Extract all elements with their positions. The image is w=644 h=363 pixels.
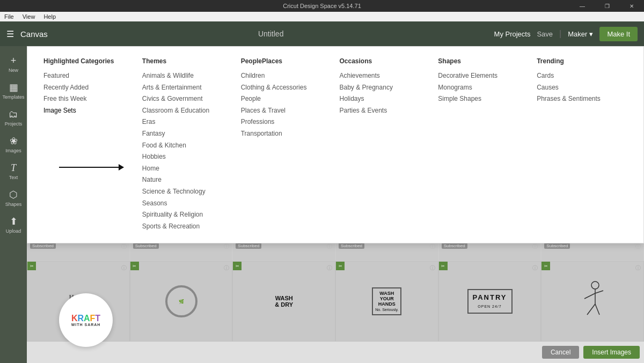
cat-free-this-week[interactable]: Free this Week <box>43 93 126 105</box>
cat-recently-added[interactable]: Recently Added <box>43 82 126 94</box>
grid-cell-5[interactable]: ✂ ⓘ PANTRYOPEN 24/7 <box>438 261 541 342</box>
theme-seasons[interactable]: Seasons <box>142 198 225 210</box>
col-header-people: PeoplePlaces <box>241 57 324 65</box>
theme-spirituality[interactable]: Spirituality & Religion <box>142 209 225 221</box>
sidebar-item-new[interactable]: + New <box>0 50 27 77</box>
trend-phrases[interactable]: Phrases & Sentiments <box>537 93 619 105</box>
theme-arts[interactable]: Arts & Entertainment <box>142 82 225 94</box>
make-it-button[interactable]: Make It <box>599 27 638 41</box>
pp-children[interactable]: Children <box>241 70 324 82</box>
sidebar-item-text[interactable]: T Text <box>0 158 27 184</box>
menu-file[interactable]: File <box>4 13 14 20</box>
upload-icon: ⬆ <box>10 216 18 227</box>
pp-professions[interactable]: Professions <box>241 116 324 128</box>
occ-achievements[interactable]: Achievements <box>339 70 422 82</box>
shape-monograms[interactable]: Monograms <box>438 82 521 94</box>
document-title: Untitled <box>258 29 283 38</box>
hamburger-icon[interactable]: ☰ <box>6 29 14 39</box>
wreath-inner: 🌿 <box>179 299 184 304</box>
title-bar-controls[interactable]: — ❐ ✕ <box>570 0 644 12</box>
theme-food[interactable]: Food & Kitchen <box>142 140 225 152</box>
grid-cell-6[interactable]: ✂ ⓘ <box>541 261 644 342</box>
f-letter: F <box>90 314 96 323</box>
sidebar-item-projects[interactable]: 🗂 Projects <box>0 104 27 131</box>
dropdown-col-trending: Trending Cards Causes Phrases & Sentimen… <box>529 57 627 232</box>
header-center: Untitled <box>54 29 488 38</box>
sidebar-item-images[interactable]: ❀ Images <box>0 131 27 158</box>
minimize-button[interactable]: — <box>570 0 595 12</box>
canvas-label: Canvas <box>20 29 48 39</box>
grid-cell-4[interactable]: ✂ ⓘ WASHYOURHANDSNo. Seriously. <box>335 261 438 342</box>
dropdown-col-themes: Themes Animals & Wildlife Arts & Enterta… <box>134 57 233 232</box>
sidebar-label-new: New <box>9 68 18 73</box>
grid-main-row: ✂ ⓘ HappyBirthday ✂ ⓘ 🌿 <box>27 261 644 342</box>
sidebar-item-shapes[interactable]: ⬡ Shapes <box>0 184 27 211</box>
col-header-shapes: Shapes <box>438 57 521 65</box>
sidebar-label-templates: Templates <box>2 94 24 100</box>
theme-civics[interactable]: Civics & Government <box>142 93 225 105</box>
pp-clothing[interactable]: Clothing & Accessories <box>241 82 324 94</box>
info-icon-9[interactable]: ⓘ <box>327 264 332 272</box>
grid-cell-3[interactable]: ✂ ⓘ WASH& DRY <box>232 261 335 342</box>
occ-holidays[interactable]: Holidays <box>339 93 422 105</box>
info-icon-8[interactable]: ⓘ <box>224 264 229 272</box>
cell-image-5: PANTRYOPEN 24/7 <box>449 273 531 329</box>
theme-animals[interactable]: Animals & Wildlife <box>142 70 225 82</box>
close-button[interactable]: ✕ <box>619 0 644 12</box>
pp-places[interactable]: Places & Travel <box>241 105 324 117</box>
sidebar-item-templates[interactable]: ▦ Templates <box>0 77 27 104</box>
shape-decorative[interactable]: Decorative Elements <box>438 70 521 82</box>
info-icon-11[interactable]: ⓘ <box>532 264 538 272</box>
restore-button[interactable]: ❐ <box>595 0 619 12</box>
theme-nature[interactable]: Nature <box>142 174 225 186</box>
info-icon-3[interactable]: ⓘ <box>327 243 332 250</box>
menu-bar: File View Help <box>0 12 644 21</box>
info-icon-6[interactable]: ⓘ <box>635 243 641 250</box>
occ-baby[interactable]: Baby & Pregnancy <box>339 82 422 94</box>
svg-line-3 <box>595 291 603 293</box>
menu-view[interactable]: View <box>23 13 35 20</box>
kraft-text: KRAFT <box>71 314 100 323</box>
grid-cell-2[interactable]: ✂ ⓘ 🌿 <box>130 261 233 342</box>
theme-sports[interactable]: Sports & Recreation <box>142 221 225 233</box>
cell-image-6 <box>552 273 633 329</box>
cancel-button[interactable]: Cancel <box>542 346 579 359</box>
theme-hobbies[interactable]: Hobbies <box>142 151 225 163</box>
menu-help[interactable]: Help <box>43 13 56 20</box>
sidebar-label-upload: Upload <box>6 228 21 234</box>
shape-simple[interactable]: Simple Shapes <box>438 93 521 105</box>
new-icon: + <box>11 55 17 66</box>
info-icon-10[interactable]: ⓘ <box>430 264 435 272</box>
pp-people[interactable]: People <box>241 93 324 105</box>
info-icon-7[interactable]: ⓘ <box>121 264 127 272</box>
theme-fantasy[interactable]: Fantasy <box>142 128 225 140</box>
theme-science[interactable]: Science & Technology <box>142 186 225 198</box>
occ-parties[interactable]: Parties & Events <box>339 105 422 117</box>
main-layout: + New ▦ Templates 🗂 Projects ❀ Images T … <box>0 46 644 363</box>
theme-eras[interactable]: Eras <box>142 116 225 128</box>
my-projects-button[interactable]: My Projects <box>494 30 531 38</box>
text-icon: T <box>11 162 16 174</box>
projects-icon: 🗂 <box>9 109 18 120</box>
dropdown-col-highlighted: Highlighted Categories Featured Recently… <box>43 57 134 232</box>
content-area: Search 100,000+ Cricut Images 🔍 Browse A… <box>27 46 644 363</box>
r-letter: R <box>77 314 84 323</box>
info-icon-12[interactable]: ⓘ <box>635 264 641 272</box>
info-icon-4[interactable]: ⓘ <box>430 243 435 250</box>
subscribed-green-4: ✂ <box>336 262 345 270</box>
info-icon-1[interactable]: ⓘ <box>121 243 127 250</box>
sidebar-label-text: Text <box>9 175 18 180</box>
maker-selector[interactable]: Maker ▾ <box>568 30 593 38</box>
insert-images-button[interactable]: Insert Images <box>583 346 640 359</box>
save-button[interactable]: Save <box>537 30 553 38</box>
trend-cards[interactable]: Cards <box>537 70 619 82</box>
cat-image-sets[interactable]: Image Sets <box>43 105 126 117</box>
trend-causes[interactable]: Causes <box>537 82 619 94</box>
pp-transportation[interactable]: Transportation <box>241 128 324 140</box>
cat-featured[interactable]: Featured <box>43 70 126 82</box>
theme-home[interactable]: Home <box>142 163 225 175</box>
info-icon-2[interactable]: ⓘ <box>224 243 229 250</box>
info-icon-5[interactable]: ⓘ <box>532 243 538 250</box>
theme-classroom[interactable]: Classroom & Education <box>142 105 225 117</box>
sidebar-item-upload[interactable]: ⬆ Upload <box>0 211 27 238</box>
